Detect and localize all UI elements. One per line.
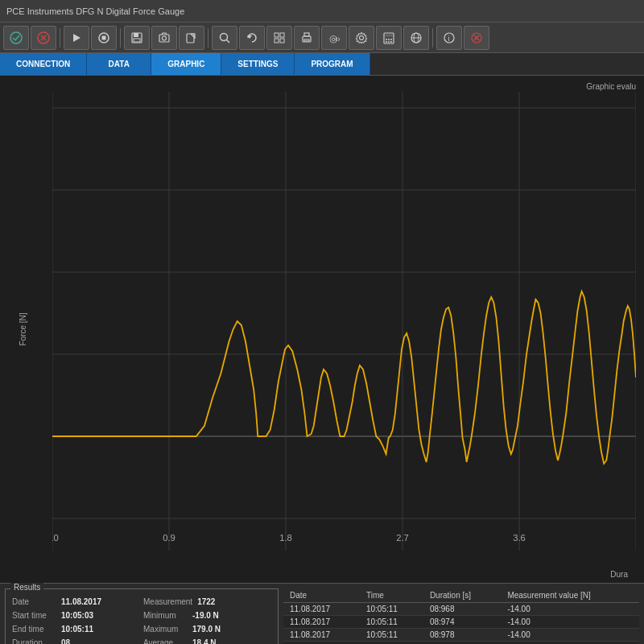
check-button[interactable] [3,26,29,50]
starttime-label: Start time [12,611,56,620]
svg-rect-28 [386,34,393,36]
measurement-label: Measurement [143,597,192,606]
results-col-4a: Duration 08 [12,638,140,644]
play-button[interactable] [64,26,89,50]
target-button[interactable]: ◎ ‹› [321,26,347,50]
svg-rect-20 [280,39,284,43]
table-body: 11.08.201710:05:1108:968-14.0011.08.2017… [283,603,639,645]
endtime-label: End time [12,625,56,634]
results-box: Results Date 11.08.2017 Measurement 1722… [5,588,279,644]
endtime-value: 10:05:11 [61,625,93,634]
svg-point-14 [221,33,228,40]
separator-3 [208,28,208,47]
svg-rect-8 [134,33,138,37]
title-bar: PCE Instruments DFG N Digital Force Gaug… [0,0,644,23]
export-button[interactable] [179,26,204,50]
toolbar: ◎ ‹› i [0,23,644,53]
data-table-container: Date Time Duration [s] Measurement value… [283,588,639,644]
svg-text:1.8: 1.8 [279,533,292,543]
close-button[interactable] [31,26,56,50]
svg-rect-22 [304,33,309,36]
svg-rect-9 [134,39,140,42]
date-value: 11.08.2017 [61,597,101,606]
data-table: Date Time Duration [s] Measurement value… [283,588,639,644]
table-row[interactable]: 11.08.201710:05:1108:978-14.00 [283,629,639,642]
table-cell-duration: 08:974 [423,616,501,629]
print-button[interactable] [294,26,320,50]
settings-gear-button[interactable] [349,26,374,50]
separator-2 [120,28,121,47]
tab-data[interactable]: DATA [87,53,151,75]
table-cell-time: 10:05:11 [360,629,423,642]
svg-rect-6 [102,35,106,39]
results-row-4: Duration 08 Average 18.4 N [12,638,271,644]
table-cell-time: 10:05:11 [360,642,423,645]
table-cell-time: 10:05:11 [360,616,423,629]
minimum-value: -19.0 N [192,611,219,620]
svg-rect-18 [280,33,284,37]
tab-settings[interactable]: SETTINGS [221,53,295,75]
measurement-value: 1722 [197,597,215,606]
nav-tabs: CONNECTION DATA GRAPHIC SETTINGS PROGRAM [0,53,644,76]
svg-point-0 [10,32,22,43]
col-header-duration: Duration [s] [423,588,501,603]
svg-text:i: i [448,35,450,43]
tab-connection[interactable]: CONNECTION [0,53,87,75]
svg-text:2.7: 2.7 [396,533,409,543]
results-col-3a: End time 10:05:11 [12,625,140,634]
table-cell-date: 11.08.2017 [283,642,360,645]
results-col-1a: Date 11.08.2017 [12,597,140,606]
table-cell-value: -14.00 [501,616,639,629]
chart-container: 200.00 150.00 100.00 50.00 0.00 -50.00 0… [0,76,644,583]
info-button[interactable]: i [436,26,462,50]
exit-button[interactable] [464,26,489,50]
svg-rect-10 [159,35,169,42]
table-cell-date: 11.08.2017 [283,629,360,642]
chart-svg: 200.00 150.00 100.00 50.00 0.00 -50.00 0… [52,92,636,551]
table-cell-date: 11.08.2017 [283,603,360,616]
table-cell-duration: 08:984 [423,642,501,645]
table-row[interactable]: 11.08.201710:05:1108:984-14.00 [283,642,639,645]
svg-rect-23 [304,39,309,41]
save-button[interactable] [124,26,150,50]
svg-point-31 [390,39,392,40]
duration-label: Duration [12,638,56,644]
separator-4 [432,28,433,47]
stop-button[interactable] [91,26,117,50]
refresh-button[interactable] [239,26,265,50]
bottom-panel: Results Date 11.08.2017 Measurement 1722… [0,583,644,644]
table-cell-value: -14.00 [501,629,639,642]
maximum-label: Maximum [143,625,188,634]
svg-point-26 [360,35,364,39]
grid-button[interactable] [266,26,292,50]
svg-rect-12 [187,34,194,43]
minimum-label: Minimum [143,611,188,620]
tab-program[interactable]: PROGRAM [295,53,369,75]
results-col-1b: Measurement 1722 [143,597,271,606]
table-row[interactable]: 11.08.201710:05:1108:974-14.00 [283,616,639,629]
table-cell-date: 11.08.2017 [283,616,360,629]
results-col-2b: Minimum -19.0 N [143,611,271,620]
table-header-row: Date Time Duration [s] Measurement value… [283,588,639,603]
col-header-value: Measurement value [N] [501,588,639,603]
camera-button[interactable] [151,26,177,50]
zoom-button[interactable] [212,26,237,50]
svg-rect-19 [275,39,279,43]
table-cell-time: 10:05:11 [360,603,423,616]
tab-graphic[interactable]: GRAPHIC [151,53,221,75]
svg-rect-17 [275,33,279,37]
svg-text:0.0: 0.0 [52,533,59,543]
chart-area: Graphic evalu Force [N] Dura [0,76,644,583]
svg-point-30 [388,39,390,40]
svg-text:3.6: 3.6 [513,533,526,543]
starttime-value: 10:05:03 [61,611,93,620]
svg-text:‹›: ‹› [335,35,341,43]
results-title: Results [10,583,43,592]
results-row-2: Start time 10:05:03 Minimum -19.0 N [12,611,271,620]
table-row[interactable]: 11.08.201710:05:1108:968-14.00 [283,603,639,616]
svg-point-32 [386,41,387,43]
table-cell-value: -14.00 [501,642,639,645]
globe-button[interactable] [403,26,429,50]
calculator-button[interactable] [376,26,402,50]
date-label: Date [12,597,56,606]
